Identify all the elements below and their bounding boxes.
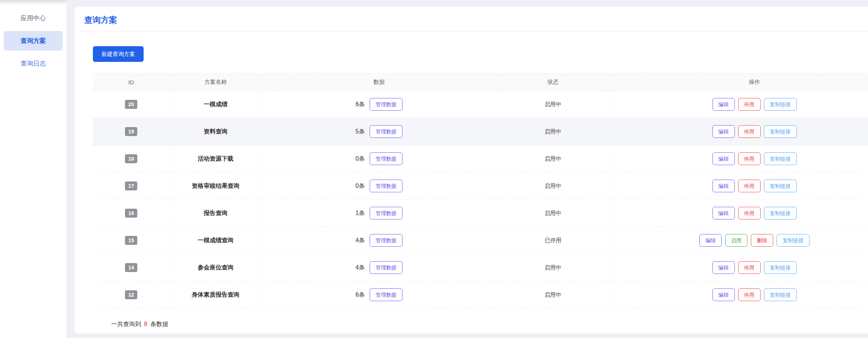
id-badge: 16 [125,209,138,218]
copy-link-button[interactable]: 复制链接 [764,207,797,219]
edit-button[interactable]: 编辑 [712,180,735,192]
sidebar-item-query-logs[interactable]: 查询日志 [4,54,63,73]
status-text: 启用中 [545,101,561,108]
table-body: 20 一模成绩 6条 管理数据 启用中 编辑停用复制链接 19 资料查询 5条 … [93,91,868,309]
new-query-plan-button[interactable]: 新建查询方案 [93,46,144,62]
total-summary: 一共查询到8条数据 [111,320,868,328]
column-header-id: ID [93,74,170,91]
actions-cell: 编辑停用复制链接 [610,145,868,172]
status-text: 启用中 [545,128,561,135]
copy-link-button[interactable]: 复制链接 [764,152,797,165]
page-title: 查询方案 [75,7,868,32]
edit-button[interactable]: 编辑 [712,98,735,111]
id-badge: 18 [125,154,138,163]
edit-button[interactable]: 编辑 [712,125,735,138]
plan-name: 资料查询 [204,128,228,136]
table-header-row: ID 方案名称 数据 状态 操作 [93,73,868,91]
plan-name: 报告查询 [204,209,228,217]
copy-link-button[interactable]: 复制链接 [764,261,797,274]
total-count: 8 [144,321,147,327]
actions-cell: 编辑停用复制链接 [610,173,868,199]
plan-name: 身体素质报告查询 [192,291,239,299]
edit-button[interactable]: 编辑 [712,152,735,165]
column-header-data: 数据 [262,74,496,91]
table-row: 15 一模成绩查询 4条 管理数据 已停用 编辑启用删除复制链接 [93,227,868,254]
query-plan-table: ID 方案名称 数据 状态 操作 20 一模成绩 6条 管理数据 启用中 编辑停… [93,73,868,309]
copy-link-button[interactable]: 复制链接 [764,98,797,111]
total-suffix: 条数据 [150,321,168,327]
table-row: 14 参会座位查询 4条 管理数据 启用中 编辑停用复制链接 [93,254,868,281]
id-badge: 12 [125,290,138,299]
disable-button[interactable]: 停用 [738,152,761,165]
copy-link-button[interactable]: 复制链接 [764,180,797,192]
copy-link-button[interactable]: 复制链接 [764,288,797,301]
delete-button[interactable]: 删除 [751,234,773,247]
manage-data-button[interactable]: 管理数据 [370,261,402,274]
status-text: 已停用 [545,237,561,244]
edit-button[interactable]: 编辑 [712,207,735,219]
plan-name: 资格审核结果查询 [192,182,239,190]
manage-data-button[interactable]: 管理数据 [370,180,402,192]
status-text: 启用中 [545,210,561,217]
actions-cell: 编辑停用复制链接 [610,91,868,118]
record-count: 1条 [355,209,365,217]
disable-button[interactable]: 停用 [738,288,761,301]
column-header-ops: 操作 [610,74,868,91]
main-panel: 查询方案 新建查询方案 ID 方案名称 数据 状态 操作 20 一模成绩 6条 … [75,7,868,334]
actions-cell: 编辑停用复制链接 [610,281,868,308]
total-prefix: 一共查询到 [111,321,141,327]
record-count: 6条 [355,101,365,108]
enable-button[interactable]: 启用 [725,234,748,247]
id-badge: 14 [125,263,138,272]
plan-name: 一模成绩 [204,101,228,108]
sidebar-item-query-plans[interactable]: 查询方案 [4,31,63,51]
record-count: 0条 [355,155,365,163]
column-header-name: 方案名称 [170,74,262,91]
disable-button[interactable]: 停用 [738,207,761,219]
content-area: 新建查询方案 ID 方案名称 数据 状态 操作 20 一模成绩 6条 管理数据 … [75,32,868,328]
manage-data-button[interactable]: 管理数据 [370,288,402,301]
table-row: 19 资料查询 5条 管理数据 启用中 编辑停用复制链接 [93,118,868,145]
plan-name: 活动资源下载 [198,155,234,163]
copy-link-button[interactable]: 复制链接 [777,234,809,247]
manage-data-button[interactable]: 管理数据 [370,98,402,111]
manage-data-button[interactable]: 管理数据 [370,125,402,138]
copy-link-button[interactable]: 复制链接 [764,125,797,138]
record-count: 5条 [355,128,365,136]
table-row: 12 身体素质报告查询 6条 管理数据 启用中 编辑停用复制链接 [93,281,868,309]
disable-button[interactable]: 停用 [738,180,761,192]
status-text: 启用中 [545,291,561,298]
record-count: 4条 [355,237,365,244]
disable-button[interactable]: 停用 [738,261,761,274]
edit-button[interactable]: 编辑 [712,288,735,301]
actions-cell: 编辑停用复制链接 [610,118,868,145]
edit-button[interactable]: 编辑 [712,261,735,274]
status-text: 启用中 [545,183,561,190]
disable-button[interactable]: 停用 [738,125,761,138]
table-row: 20 一模成绩 6条 管理数据 启用中 编辑停用复制链接 [93,91,868,118]
id-badge: 15 [125,236,138,245]
manage-data-button[interactable]: 管理数据 [370,207,402,219]
disable-button[interactable]: 停用 [738,98,761,111]
edit-button[interactable]: 编辑 [699,234,722,247]
plan-name: 参会座位查询 [198,264,234,272]
id-badge: 19 [125,127,138,136]
plan-name: 一模成绩查询 [198,237,234,244]
status-text: 启用中 [545,155,561,162]
table-row: 18 活动资源下载 0条 管理数据 启用中 编辑停用复制链接 [93,145,868,173]
table-row: 16 报告查询 1条 管理数据 启用中 编辑停用复制链接 [93,200,868,227]
actions-cell: 编辑停用复制链接 [610,254,868,281]
actions-cell: 编辑启用删除复制链接 [610,227,868,254]
sidebar-menu: 应用中心 查询方案 查询日志 [0,0,66,73]
manage-data-button[interactable]: 管理数据 [370,234,402,247]
sidebar-item-app-center[interactable]: 应用中心 [4,8,63,28]
manage-data-button[interactable]: 管理数据 [370,152,402,165]
sidebar: 应用中心 查询方案 查询日志 [0,0,66,338]
record-count: 4条 [355,264,365,272]
actions-cell: 编辑停用复制链接 [610,200,868,227]
record-count: 6条 [355,291,365,299]
record-count: 0条 [355,182,365,190]
column-header-status: 状态 [496,74,610,91]
table-row: 17 资格审核结果查询 0条 管理数据 启用中 编辑停用复制链接 [93,173,868,200]
id-badge: 20 [125,100,138,109]
